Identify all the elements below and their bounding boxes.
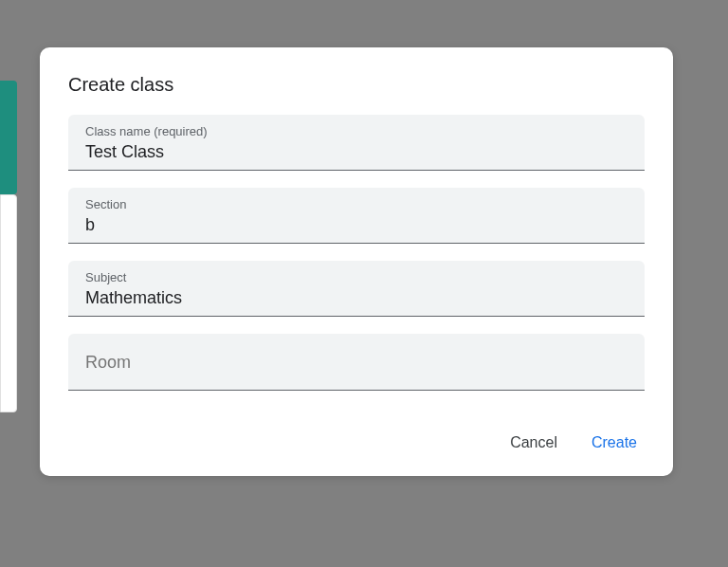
cancel-button[interactable]: Cancel xyxy=(506,429,561,457)
section-label: Section xyxy=(85,197,628,213)
class-name-label: Class name (required) xyxy=(85,124,628,140)
section-field[interactable]: Section xyxy=(68,188,645,244)
class-name-field[interactable]: Class name (required) xyxy=(68,115,645,171)
section-input[interactable] xyxy=(85,215,628,235)
room-input[interactable] xyxy=(85,353,628,373)
dialog-title: Create class xyxy=(68,74,645,96)
create-button[interactable]: Create xyxy=(588,429,641,457)
background-class-card-body xyxy=(0,194,17,412)
background-class-card-header xyxy=(0,81,17,194)
subject-field[interactable]: Subject xyxy=(68,261,645,317)
class-name-input[interactable] xyxy=(85,142,628,162)
subject-label: Subject xyxy=(85,270,628,286)
dialog-actions: Cancel Create xyxy=(68,429,645,457)
create-class-dialog: Create class Class name (required) Secti… xyxy=(40,47,673,476)
room-field[interactable] xyxy=(68,334,645,391)
subject-input[interactable] xyxy=(85,288,628,308)
